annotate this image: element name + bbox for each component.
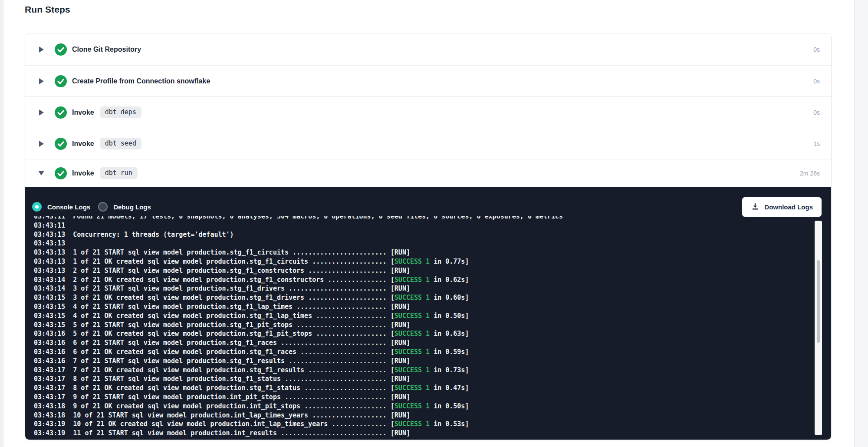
- log-line: 03:43:19 11 of 21 START sql view model p…: [34, 429, 831, 438]
- console-logs-radio[interactable]: Console Logs: [32, 202, 90, 212]
- log-line: 03:43:17 7 of 21 OK created sql view mod…: [34, 366, 831, 375]
- log-line: 03:43:16 7 of 21 START sql view model pr…: [34, 357, 831, 366]
- step-label: Invoke: [72, 169, 94, 177]
- success-status: SUCCESS 1: [395, 276, 430, 284]
- download-icon: [751, 202, 760, 211]
- success-status: SUCCESS 1: [395, 384, 430, 392]
- debug-logs-radio[interactable]: Debug Logs: [98, 202, 151, 212]
- step-command-chip: dbt deps: [100, 106, 141, 118]
- log-line: 03:43:11: [34, 221, 831, 230]
- log-line: 03:43:17 9 of 21 START sql view model pr…: [34, 393, 831, 402]
- log-line: 03:43:13 2 of 21 START sql view model pr…: [34, 266, 831, 275]
- log-line: 03:43:18 9 of 21 OK created sql view mod…: [34, 402, 831, 411]
- success-status: SUCCESS 1: [395, 258, 430, 265]
- log-line: 03:43:14 3 of 21 START sql view model pr…: [34, 284, 831, 293]
- chevron-right-icon[interactable]: [39, 46, 44, 53]
- log-line: 03:43:15 4 of 21 OK created sql view mod…: [34, 311, 831, 321]
- right-gutter: [854, 0, 868, 447]
- step-row-invoke-dbt-seed[interactable]: Invokedbt seed1s: [25, 128, 831, 159]
- log-line: 03:43:16 5 of 21 OK created sql view mod…: [34, 329, 831, 338]
- console-log-output[interactable]: 03:43:11 Found 21 models, 17 tests, 0 sn…: [25, 216, 831, 440]
- left-gutter: [0, 0, 3, 447]
- success-status: SUCCESS 1: [395, 312, 430, 320]
- success-status: SUCCESS 1: [395, 294, 430, 301]
- step-duration: 0s: [813, 46, 820, 53]
- chevron-right-icon[interactable]: [39, 78, 44, 84]
- step-label: Clone Git Repository: [72, 46, 141, 53]
- step-duration: 0s: [813, 78, 820, 85]
- log-line: 03:43:13 Concurrency: 1 threads (target=…: [34, 230, 831, 239]
- success-check-icon: [55, 138, 67, 150]
- page-title: Run Steps: [25, 4, 70, 15]
- run-steps-page: Run Steps Clone Git Repository0sCreate P…: [0, 0, 868, 447]
- step-label: Create Profile from Connection snowflake: [72, 77, 210, 85]
- success-check-icon: [55, 43, 67, 56]
- step-duration: 1s: [813, 140, 820, 147]
- step-duration: 2m 26s: [800, 170, 820, 177]
- success-check-icon: [55, 75, 67, 87]
- success-check-icon: [55, 106, 67, 119]
- radio-label: Debug Logs: [113, 203, 151, 211]
- success-status: SUCCESS 1: [395, 348, 430, 356]
- log-line: 03:43:14 2 of 21 OK created sql view mod…: [34, 275, 831, 285]
- step-duration: 0s: [813, 109, 820, 116]
- step-command-chip: dbt seed: [100, 138, 141, 149]
- log-line: 03:43:15 4 of 21 START sql view model pr…: [34, 302, 831, 311]
- step-row-create-profile-from-connection-snowflake[interactable]: Create Profile from Connection snowflake…: [25, 65, 831, 96]
- log-line: 03:43:16 6 of 21 START sql view model pr…: [34, 338, 831, 348]
- log-line: 03:43:15 5 of 21 START sql view model pr…: [34, 321, 831, 330]
- download-logs-label: Download Logs: [764, 203, 813, 211]
- run-steps-card: Clone Git Repository0sCreate Profile fro…: [25, 33, 832, 440]
- console-scrollbar[interactable]: [815, 221, 822, 435]
- download-logs-button[interactable]: Download Logs: [742, 197, 822, 217]
- step-list: Clone Git Repository0sCreate Profile fro…: [25, 33, 831, 187]
- success-status: SUCCESS 1: [395, 366, 430, 374]
- log-line: 03:43:19 10 of 21 OK created sql view mo…: [34, 420, 831, 429]
- debug-logs-radio-circle[interactable]: [98, 202, 108, 212]
- log-line: 03:43:17 8 of 21 START sql view model pr…: [34, 374, 831, 384]
- log-type-radio-group: Console LogsDebug Logs: [32, 202, 151, 212]
- log-line: 03:43:13 1 of 21 START sql view model pr…: [34, 248, 831, 257]
- step-row-clone-git-repository[interactable]: Clone Git Repository0s: [25, 33, 831, 65]
- success-status: SUCCESS 1: [395, 402, 430, 410]
- chevron-right-icon[interactable]: [39, 109, 44, 116]
- log-lines: 03:43:11 Found 21 models, 17 tests, 0 sn…: [34, 216, 831, 438]
- success-status: SUCCESS 1: [395, 330, 430, 338]
- log-line: 03:43:16 6 of 21 OK created sql view mod…: [34, 348, 831, 357]
- console-scrollbar-thumb[interactable]: [817, 260, 820, 343]
- log-line: 03:43:17 8 of 21 OK created sql view mod…: [34, 384, 831, 393]
- log-line: 03:43:13: [34, 239, 831, 248]
- chevron-down-icon[interactable]: [39, 171, 44, 175]
- step-row-invoke-dbt-deps[interactable]: Invokedbt deps0s: [25, 96, 831, 128]
- step-label: Invoke: [72, 109, 94, 116]
- log-line: 03:43:18 10 of 21 START sql view model p…: [34, 411, 831, 420]
- console-panel: Console LogsDebug Logs Download Logs 03:…: [25, 187, 831, 440]
- console-logs-radio-circle[interactable]: [32, 202, 42, 212]
- log-line: 03:43:15 3 of 21 OK created sql view mod…: [34, 293, 831, 302]
- radio-label: Console Logs: [47, 203, 90, 211]
- chevron-right-icon[interactable]: [39, 141, 44, 147]
- step-row-invoke-dbt-run[interactable]: Invokedbt run2m 26s: [25, 159, 831, 187]
- step-label: Invoke: [72, 140, 94, 148]
- success-status: SUCCESS 1: [395, 420, 430, 428]
- log-line: 03:43:11 Found 21 models, 17 tests, 0 sn…: [34, 216, 831, 221]
- log-line: 03:43:13 1 of 21 OK created sql view mod…: [34, 257, 831, 266]
- success-check-icon: [55, 167, 67, 179]
- step-command-chip: dbt run: [100, 167, 138, 179]
